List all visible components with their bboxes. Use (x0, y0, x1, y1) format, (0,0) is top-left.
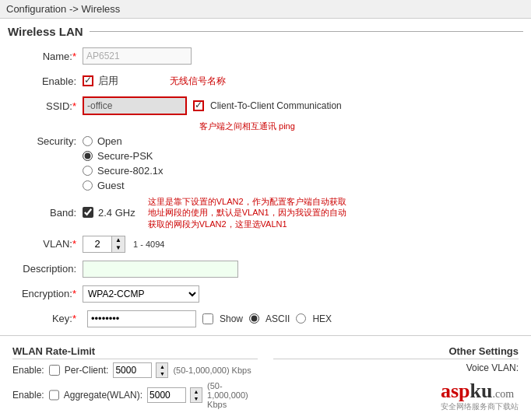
enable-rate-label: Enable: (12, 365, 44, 376)
per-client-range: (50-1,000,000) Kbps (173, 366, 251, 375)
security-label: Security: (12, 135, 83, 147)
security-guest-radio[interactable] (83, 180, 93, 191)
band-row: Band: 2.4 GHz 这里是靠下设置的VLAN2，作为配置客户端自动获取地… (12, 196, 519, 229)
enable-row: Enable: 启用 无线信号名称 (12, 71, 519, 91)
security-guest: Guest (83, 180, 164, 191)
security-open-radio[interactable] (83, 136, 93, 146)
aggregate-enable-checkbox[interactable] (49, 390, 59, 401)
c2c-annotation: 客户端之间相互通讯 ping (199, 121, 295, 132)
vlan-range: 1 - 4094 (133, 240, 164, 249)
security-row: Security: Open Secure-PSK Secure-802.1x … (12, 135, 519, 191)
per-client-row: Enable: Per-Client: ▲ ▼ (50-1,000,000) K… (12, 362, 258, 378)
vlan-input[interactable] (83, 236, 111, 252)
show-key-label: Show (220, 313, 243, 324)
watermark-ku: ku (470, 380, 493, 402)
security-8021x: Secure-802.1x (83, 165, 164, 177)
name-label: Name:* (12, 51, 83, 62)
aggregate-label: Aggregate(WLAN): (64, 390, 142, 401)
voice-vlan-label: Voice VLAN: (466, 362, 519, 373)
show-key-checkbox[interactable] (202, 313, 213, 324)
band-checkbox[interactable] (83, 207, 93, 218)
enable-checkbox[interactable] (83, 75, 93, 86)
breadcrumb: Configuration -> Wireless (0, 0, 531, 19)
key-label: Key:* (12, 313, 83, 324)
c2c-label: Client-To-Client Communication (210, 100, 342, 111)
band-value: 2.4 GHz (98, 207, 135, 219)
vlan-decrement-button[interactable]: ▼ (112, 244, 125, 252)
enable-text: 启用 (98, 74, 118, 88)
per-client-down-button[interactable]: ▼ (156, 370, 167, 377)
per-client-label: Per-Client: (65, 365, 109, 376)
per-client-enable-checkbox[interactable] (49, 365, 60, 376)
ssid-input[interactable] (84, 98, 185, 114)
name-input[interactable] (83, 47, 192, 65)
description-input[interactable] (83, 261, 238, 278)
watermark-asp: asp (441, 380, 470, 402)
wlan-rate-title: WLAN Rate-Limit (12, 345, 258, 359)
watermark-dot-com: .com (493, 388, 515, 400)
ascii-label: ASCII (266, 313, 290, 324)
c2c-checkbox[interactable] (193, 100, 204, 111)
aggregate-row: Enable: Aggregate(WLAN): ▲ ▼ (50-1,000,0… (12, 381, 258, 409)
per-client-input[interactable] (113, 362, 152, 378)
aggregate-up-button[interactable]: ▲ (191, 388, 202, 395)
description-label: Description: (12, 263, 83, 275)
key-input[interactable] (87, 310, 196, 327)
description-row: Description: (12, 259, 519, 279)
other-settings-title: Other Settings (273, 345, 519, 359)
security-8021x-radio[interactable] (83, 166, 93, 176)
vlan-spinner: ▲ ▼ (83, 236, 125, 253)
enable-agg-label: Enable: (12, 390, 44, 401)
vlan-row: VLAN:* ▲ ▼ 1 - 4094 (12, 234, 519, 254)
security-open: Open (83, 135, 164, 147)
vlan-label: VLAN:* (12, 238, 83, 250)
aggregate-range: (50-1,000,000) Kbps (207, 381, 258, 409)
key-row: Key:* Show ASCII HEX (12, 309, 519, 329)
ssid-label: SSID:* (12, 100, 83, 112)
name-row: Name:* (12, 46, 519, 66)
vlan-spinner-buttons: ▲ ▼ (111, 236, 125, 252)
ascii-radio[interactable] (249, 313, 259, 324)
enable-annotation: 无线信号名称 (170, 75, 226, 88)
aggregate-down-button[interactable]: ▼ (191, 395, 202, 402)
encryption-label: Encryption:* (12, 288, 83, 299)
enable-label: Enable: (12, 75, 83, 87)
ssid-row: SSID:* Client-To-Client Communication (12, 96, 519, 116)
vlan-increment-button[interactable]: ▲ (112, 236, 125, 244)
ssid-input-wrapper (83, 96, 187, 115)
security-radio-group: Open Secure-PSK Secure-802.1x Guest (83, 135, 164, 191)
per-client-up-button[interactable]: ▲ (156, 363, 167, 370)
watermark: aspku.com 安全网络服务商下载站 (441, 380, 519, 412)
encryption-select[interactable]: WPA2-CCMP WPA-CCMP WPA2-TKIP None (83, 285, 199, 303)
aggregate-input[interactable] (147, 387, 186, 403)
band-label: Band: (12, 207, 83, 219)
watermark-sub: 安全网络服务商下载站 (441, 401, 519, 412)
security-psk: Secure-PSK (83, 150, 164, 162)
voice-vlan-row: Voice VLAN: (273, 362, 519, 373)
security-psk-radio[interactable] (83, 151, 93, 161)
hex-radio[interactable] (296, 313, 306, 324)
vlan-annotation: 这里是靠下设置的VLAN2，作为配置客户端自动获取地址网段的使用，默认是VLAN… (148, 196, 350, 229)
encryption-row: Encryption:* WPA2-CCMP WPA-CCMP WPA2-TKI… (12, 284, 519, 304)
wlan-rate-section: WLAN Rate-Limit Enable: Per-Client: ▲ ▼ … (12, 345, 258, 412)
section-title: Wireless LAN (0, 19, 531, 43)
hex-label: HEX (312, 313, 332, 324)
